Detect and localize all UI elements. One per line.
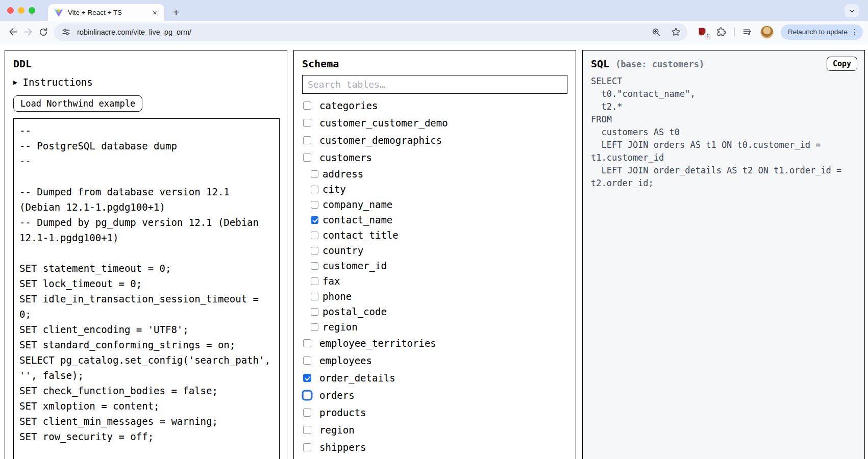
disclosure-triangle-icon: ▶ bbox=[13, 78, 17, 86]
table-checkbox-region[interactable] bbox=[303, 426, 311, 434]
site-settings-icon[interactable] bbox=[61, 27, 71, 37]
column-label[interactable]: address bbox=[323, 168, 363, 180]
table-checkbox-order_details[interactable] bbox=[303, 374, 311, 382]
column-checkbox-contact_name[interactable] bbox=[311, 216, 318, 224]
media-queue-icon[interactable] bbox=[742, 27, 753, 38]
table-row-orders: orders bbox=[302, 387, 567, 404]
column-label[interactable]: phone bbox=[323, 291, 352, 302]
column-label[interactable]: contact_name bbox=[323, 214, 392, 225]
column-row-phone: phone bbox=[302, 289, 567, 304]
table-checkbox-customer_customer_demo[interactable] bbox=[303, 119, 311, 127]
profile-avatar[interactable] bbox=[760, 26, 774, 39]
column-checkbox-contact_title[interactable] bbox=[311, 232, 318, 239]
column-label[interactable]: postal_code bbox=[323, 306, 387, 317]
table-label[interactable]: employee_territories bbox=[319, 338, 436, 349]
column-label[interactable]: region bbox=[323, 321, 358, 333]
column-checkbox-country[interactable] bbox=[311, 247, 318, 254]
table-checkbox-employee_territories[interactable] bbox=[303, 339, 311, 347]
instructions-disclosure[interactable]: ▶ Instructions bbox=[13, 76, 279, 88]
column-checkbox-address[interactable] bbox=[311, 170, 318, 178]
column-checkbox-postal_code[interactable] bbox=[311, 308, 318, 316]
table-row-customer_customer_demo: customer_customer_demo bbox=[302, 114, 567, 132]
url-text[interactable]: robinlinacre.com/vite_live_pg_orm/ bbox=[77, 28, 651, 36]
fullscreen-window-button[interactable] bbox=[29, 7, 35, 14]
close-tab-icon[interactable]: × bbox=[151, 8, 159, 17]
table-label[interactable]: employees bbox=[319, 355, 372, 366]
column-checkbox-phone[interactable] bbox=[311, 293, 318, 300]
relaunch-label: Relaunch to update bbox=[788, 28, 848, 36]
table-label[interactable]: customers bbox=[319, 152, 372, 163]
browser-menu-kebab-icon[interactable]: ⋮ bbox=[850, 27, 860, 37]
table-row-categories: categories bbox=[302, 97, 567, 114]
address-bar[interactable]: robinlinacre.com/vite_live_pg_orm/ bbox=[54, 23, 687, 41]
back-icon[interactable] bbox=[5, 24, 20, 40]
column-checkbox-customer_id[interactable] bbox=[311, 262, 318, 270]
search-tables-input[interactable] bbox=[302, 75, 567, 94]
column-checkbox-company_name[interactable] bbox=[311, 201, 318, 209]
column-row-city: city bbox=[302, 182, 567, 197]
table-label[interactable]: order_details bbox=[319, 372, 395, 384]
table-checkbox-customer_demographics[interactable] bbox=[303, 136, 311, 144]
bookmark-star-icon[interactable] bbox=[671, 27, 681, 37]
column-label[interactable]: country bbox=[323, 245, 363, 256]
load-northwind-button[interactable]: Load Northwind example bbox=[13, 95, 142, 112]
new-tab-button[interactable]: + bbox=[169, 6, 183, 19]
column-row-fax: fax bbox=[302, 273, 567, 289]
table-label[interactable]: orders bbox=[319, 390, 355, 401]
close-window-button[interactable] bbox=[7, 7, 14, 14]
column-label[interactable]: fax bbox=[323, 275, 340, 287]
instructions-label: Instructions bbox=[22, 76, 92, 88]
column-label[interactable]: city bbox=[323, 184, 346, 195]
table-row-employees: employees bbox=[302, 352, 567, 369]
table-checkbox-customers[interactable] bbox=[303, 154, 311, 162]
macos-traffic-lights bbox=[7, 7, 35, 14]
schema-panel: Schema categoriescustomer_customer_democ… bbox=[293, 50, 576, 459]
column-row-region: region bbox=[302, 319, 567, 335]
column-label[interactable]: contact_title bbox=[323, 230, 399, 241]
extensions-puzzle-icon[interactable] bbox=[716, 27, 727, 37]
table-checkbox-categories[interactable] bbox=[303, 101, 311, 110]
zoom-page-icon[interactable] bbox=[651, 27, 661, 37]
column-label[interactable]: company_name bbox=[323, 199, 392, 210]
page-content: DDL ▶ Instructions Load Northwind exampl… bbox=[0, 43, 868, 459]
column-row-postal_code: postal_code bbox=[302, 304, 567, 319]
table-label[interactable]: categories bbox=[319, 100, 378, 111]
table-row-products: products bbox=[302, 404, 567, 421]
ddl-textarea[interactable]: -- -- PostgreSQL database dump -- -- Dum… bbox=[13, 118, 280, 459]
column-checkbox-region[interactable] bbox=[311, 323, 318, 331]
sql-query-text: SELECT t0."contact_name", t2.* FROM cust… bbox=[591, 75, 856, 190]
table-label[interactable]: shippers bbox=[319, 442, 366, 453]
table-label[interactable]: customer_customer_demo bbox=[319, 117, 448, 129]
table-row-order_details: order_details bbox=[302, 369, 567, 387]
sql-panel-title: SQL bbox=[591, 58, 609, 70]
table-label[interactable]: products bbox=[319, 407, 366, 418]
adblock-extension-icon[interactable]: 1 bbox=[697, 26, 709, 38]
column-checkbox-fax[interactable] bbox=[311, 277, 318, 285]
tab-search-chevron-icon[interactable] bbox=[845, 4, 859, 17]
table-row-customers: customers bbox=[302, 149, 567, 166]
sql-panel-header: SQL (base: customers) bbox=[591, 58, 856, 70]
vite-favicon-icon bbox=[54, 8, 63, 17]
minimize-window-button[interactable] bbox=[18, 7, 24, 14]
column-row-customer_id: customer_id bbox=[302, 258, 567, 273]
ddl-panel: DDL ▶ Instructions Load Northwind exampl… bbox=[5, 50, 287, 459]
table-checkbox-employees[interactable] bbox=[303, 356, 311, 365]
column-checkbox-city[interactable] bbox=[311, 186, 318, 193]
table-checkbox-orders[interactable] bbox=[303, 391, 311, 399]
browser-toolbar: robinlinacre.com/vite_live_pg_orm/ 1 Rel… bbox=[0, 21, 868, 43]
column-label[interactable]: customer_id bbox=[323, 260, 387, 271]
ddl-panel-title: DDL bbox=[13, 58, 279, 70]
table-label[interactable]: customer_demographics bbox=[319, 135, 442, 146]
tab-title: Vite + React + TS bbox=[68, 9, 151, 16]
reload-icon[interactable] bbox=[36, 24, 51, 40]
browser-tab[interactable]: Vite + React + TS × bbox=[48, 4, 164, 21]
table-checkbox-products[interactable] bbox=[303, 409, 311, 417]
table-label[interactable]: region bbox=[319, 424, 355, 436]
column-row-contact_title: contact_title bbox=[302, 227, 567, 243]
forward-icon[interactable] bbox=[20, 24, 36, 40]
table-checkbox-shippers[interactable] bbox=[303, 443, 311, 451]
sql-base-subtitle: (base: customers) bbox=[615, 59, 704, 69]
copy-sql-button[interactable]: Copy bbox=[827, 57, 857, 71]
column-row-company_name: company_name bbox=[302, 197, 567, 212]
relaunch-to-update-button[interactable]: Relaunch to update ⋮ bbox=[781, 24, 863, 40]
